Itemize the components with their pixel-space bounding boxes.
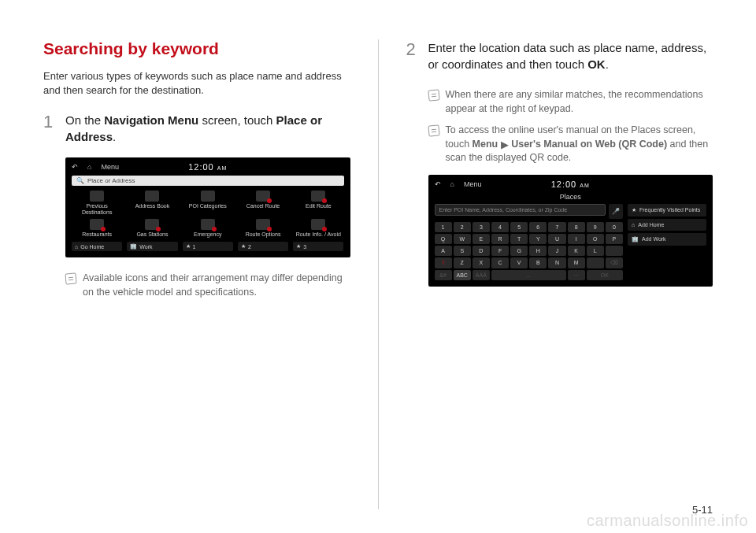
key-blank: ···: [568, 270, 585, 280]
label: Frequently Visited Points: [639, 207, 700, 213]
bold: User's Manual on Web (QR Code): [511, 139, 667, 150]
note: When there are any similar matches, the …: [428, 88, 713, 116]
abc-key: ABC: [454, 270, 471, 280]
back-icon: ↶: [435, 180, 441, 188]
home-icon: ⌂: [87, 163, 91, 171]
item-label: Gas Stations: [136, 231, 168, 237]
keyboard: 1 2 3 4 5 6 7 8 9 0 Q W E R T Y U: [435, 222, 624, 280]
text: .: [606, 57, 609, 71]
grid-item: Edit Route: [293, 191, 343, 215]
key: P: [606, 234, 623, 244]
item-label: Cancel Route: [246, 203, 280, 209]
grid-item: Emergency: [183, 219, 233, 238]
key: I: [568, 234, 585, 244]
key: M: [568, 257, 585, 268]
item-label: Emergency: [194, 231, 221, 237]
search-icon: 🔍: [76, 177, 84, 184]
key: 4: [491, 222, 509, 232]
key: C: [491, 257, 509, 268]
suggestion-item: 🏢 Add Work: [628, 233, 706, 246]
key: T: [510, 234, 528, 244]
screenshot-nav-menu: ↶ ⌂ Menu 12:00 AM 🔍 Place or Address Pre…: [65, 157, 350, 257]
step-text: On the Navigation Menu screen, touch Pla…: [65, 112, 350, 145]
key: J: [548, 246, 565, 256]
grid-item: Gas Stations: [127, 219, 177, 238]
screenshot-topbar: ↶ ⌂ Menu 12:00 AM: [435, 180, 707, 189]
item-label: Route Options: [246, 231, 281, 237]
bottom-item: 🏢Work: [127, 242, 177, 251]
step-2: 2 Enter the location data such as place …: [406, 39, 713, 72]
bottom-item: ★3: [293, 242, 343, 251]
key: N: [548, 257, 565, 268]
clock-ampm: AM: [580, 183, 590, 188]
places-header: Places: [435, 193, 707, 201]
item-label: Address Book: [135, 203, 170, 209]
key: 5: [510, 222, 528, 232]
key: S: [454, 246, 471, 256]
suggestions-panel: ★ Frequently Visited Points ⌂ Add Home 🏢…: [628, 204, 706, 280]
suggestion-item: ⌂ Add Home: [628, 219, 706, 231]
screenshot-topbar: ↶ ⌂ Menu 12:00 AM: [72, 162, 344, 172]
shift-key: ⇧: [435, 257, 452, 268]
key: 7: [548, 222, 565, 232]
step-number: 2: [406, 39, 421, 72]
left-column: Searching by keyword Enter various types…: [43, 39, 350, 509]
search-placeholder: Place or Address: [87, 177, 135, 184]
menu-label: Menu: [101, 163, 119, 171]
key: H: [529, 246, 547, 256]
clock-time: 12:00: [188, 162, 214, 172]
backspace-key: ⌫: [606, 257, 623, 268]
ok-key: OK: [587, 270, 623, 280]
bold: Navigation Menu: [104, 113, 198, 127]
note-text: Available icons and their arrangement ma…: [83, 272, 350, 299]
mic-icon: 🎤: [609, 204, 623, 219]
key: 1: [435, 222, 452, 232]
key: 9: [587, 222, 604, 232]
accent-key: ÀÁÂ: [472, 270, 490, 280]
text: screen, touch: [198, 113, 276, 127]
key-blank: [606, 246, 623, 256]
label: Add Home: [638, 222, 664, 228]
item-label: POI Categories: [189, 203, 227, 209]
key: Z: [454, 257, 471, 268]
clock: 12:00 AM: [491, 180, 650, 189]
item-label: Previous Destinations: [82, 203, 113, 215]
clock: 12:00 AM: [128, 162, 287, 172]
key: 0: [606, 222, 623, 232]
poi-input: Enter POI Name, Address, Coordinates, or…: [435, 204, 606, 216]
suggestion-item: ★ Frequently Visited Points: [628, 204, 706, 217]
step-1: 1 On the Navigation Menu screen, touch P…: [43, 112, 350, 145]
menu-label: Menu: [464, 180, 482, 188]
key: V: [510, 257, 528, 268]
back-icon: ↶: [72, 163, 78, 171]
note-text: When there are any similar matches, the …: [446, 88, 713, 116]
search-bar: 🔍 Place or Address: [72, 176, 344, 186]
key: L: [587, 246, 604, 256]
bottom-item: ★2: [238, 242, 288, 251]
clock-time: 12:00: [551, 180, 577, 189]
note: To access the online user's manual on th…: [428, 124, 713, 165]
note-text: To access the online user's manual on th…: [446, 124, 713, 165]
label: 2: [248, 244, 251, 250]
item-label: Edit Route: [306, 203, 332, 209]
grid-item: Route Options: [238, 219, 288, 238]
key: B: [529, 257, 547, 268]
grid-item: Cancel Route: [238, 191, 288, 215]
key: Q: [435, 234, 452, 244]
space-key: ⎵: [491, 270, 566, 280]
item-label: Restaurants: [82, 231, 112, 237]
key: G: [510, 246, 528, 256]
key: U: [548, 234, 565, 244]
key: W: [454, 234, 471, 244]
places-body: Enter POI Name, Address, Coordinates, or…: [435, 204, 707, 280]
key: K: [568, 246, 585, 256]
watermark: carmanualsonline.info: [587, 512, 748, 530]
key: R: [491, 234, 509, 244]
step-text: Enter the location data such as place na…: [428, 39, 713, 72]
key: 6: [529, 222, 547, 232]
label: Add Work: [642, 236, 666, 242]
grid-item: Restaurants: [72, 219, 122, 238]
grid-item: Previous Destinations: [72, 191, 122, 215]
bold: OK: [587, 57, 606, 71]
note-icon: [428, 89, 439, 101]
